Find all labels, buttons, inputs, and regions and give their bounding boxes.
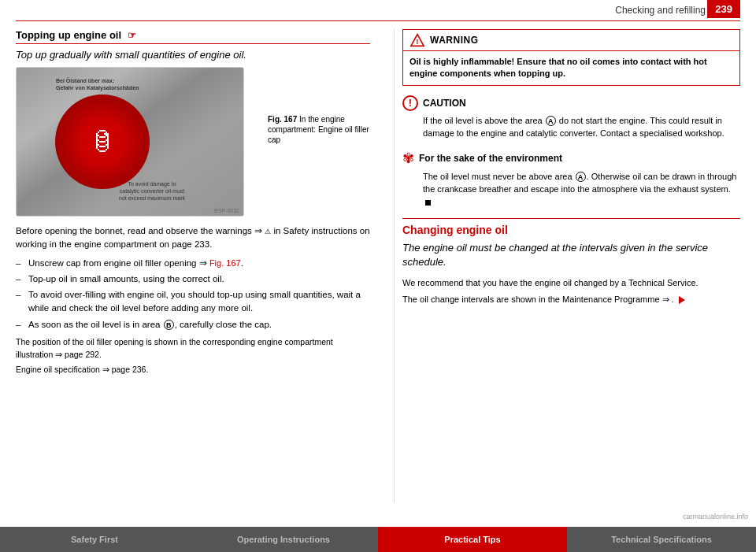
page-number: 239 — [707, 0, 740, 18]
environment-body: The oil level must never be above area A… — [423, 170, 740, 209]
bsp-label: BSP-0032 — [214, 208, 239, 213]
oil-cap-circle: 🛢 — [55, 94, 150, 189]
caution-body: If the oil level is above the area A do … — [423, 114, 740, 140]
right-column: ! WARNING Oil is highly inflammable! Ens… — [394, 29, 740, 502]
topping-section-title: Topping up engine oil ☞ — [16, 29, 370, 44]
image-warning-text-2: To avoid damage to catalytic converter o… — [119, 180, 185, 202]
caution-box: ! CAUTION If the oil level is above the … — [402, 95, 740, 140]
list-item: Unscrew cap from engine oil filler openi… — [16, 257, 370, 270]
engine-image-inner: Bei Ölstand über max: Gefahr von Katalys… — [17, 68, 243, 216]
warning-title: WARNING — [430, 35, 479, 46]
changing-title: Changing engine oil — [402, 224, 740, 236]
oil-can-icon: 🛢 — [90, 128, 115, 157]
list-item: As soon as the oil level is in area B, c… — [16, 318, 370, 332]
bookmark-icon: ☞ — [128, 30, 136, 41]
changing-body-2: The oil change intervals are shown in th… — [402, 293, 740, 306]
warning-triangle-icon: ! — [410, 33, 425, 47]
watermark: carmanualonline.info — [683, 513, 748, 521]
next-arrow-icon — [679, 296, 685, 304]
fig-label: Fig. 167 — [268, 115, 297, 124]
image-warning-text: Bei Ölstand über max: Gefahr von Katalys… — [56, 77, 139, 91]
environment-icon: ✾ — [402, 150, 414, 167]
svg-text:!: ! — [416, 37, 418, 46]
changing-body-1: We recommend that you have the engine oi… — [402, 276, 740, 290]
environment-header: ✾ For the sake of the environment — [402, 150, 740, 167]
footer-safety-first[interactable]: Safety First — [0, 527, 189, 552]
topping-lead: Top up gradually with small quantities o… — [16, 49, 370, 61]
environment-box: ✾ For the sake of the environment The oi… — [402, 150, 740, 209]
left-column: Topping up engine oil ☞ Top up gradually… — [16, 29, 378, 502]
main-content: Topping up engine oil ☞ Top up gradually… — [0, 21, 756, 510]
footer-practical-tips[interactable]: Practical Tips — [378, 527, 567, 552]
changing-lead: The engine oil must be changed at the in… — [402, 241, 740, 269]
small-text-2: Engine oil specification ⇒ page 236. — [16, 364, 370, 376]
small-text-1: The position of the oil filler opening i… — [16, 336, 370, 361]
list-item: Top-up oil in small amounts, using the c… — [16, 272, 370, 286]
engine-image: Bei Ölstand über max: Gefahr von Katalys… — [16, 67, 244, 217]
changing-section: Changing engine oil The engine oil must … — [402, 218, 740, 306]
caution-icon: ! — [402, 95, 418, 111]
footer-bar: Safety First Operating Instructions Prac… — [0, 527, 756, 552]
page-header: Checking and refilling levels 239 — [16, 0, 740, 21]
image-container: Bei Ölstand über max: Gefahr von Katalys… — [16, 67, 370, 217]
warning-body: Oil is highly inflammable! Ensure that n… — [403, 51, 739, 85]
list-item: To avoid over-filling with engine oil, y… — [16, 288, 370, 316]
caution-title: CAUTION — [423, 98, 466, 109]
figure-caption: Fig. 167 In the engine compartment: Engi… — [268, 114, 370, 145]
caution-header: ! CAUTION — [402, 95, 740, 111]
footer-operating-instructions[interactable]: Operating Instructions — [189, 527, 378, 552]
warning-header: ! WARNING — [403, 30, 739, 51]
body-intro: Before opening the bonnet, read and obse… — [16, 224, 370, 252]
environment-title: For the sake of the environment — [419, 153, 562, 164]
footer-technical-specifications[interactable]: Technical Specifications — [567, 527, 756, 552]
end-marker — [425, 200, 431, 206]
bullet-list: Unscrew cap from engine oil filler openi… — [16, 257, 370, 332]
warning-box: ! WARNING Oil is highly inflammable! Ens… — [402, 29, 740, 86]
